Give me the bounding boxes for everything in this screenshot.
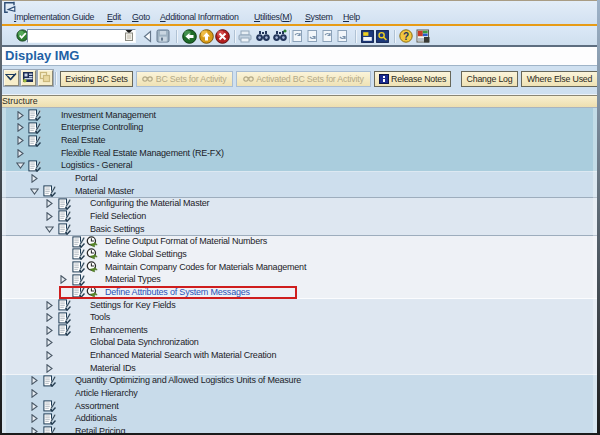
svg-text:?: ? <box>403 31 409 42</box>
